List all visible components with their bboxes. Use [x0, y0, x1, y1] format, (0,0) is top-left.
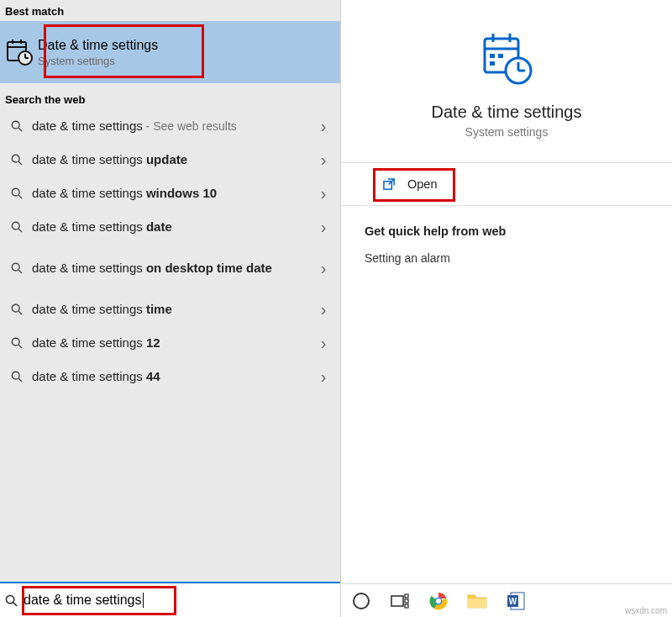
svg-line-24: [13, 602, 17, 605]
svg-point-17: [12, 304, 19, 312]
taskbar: W: [341, 583, 672, 617]
word-icon[interactable]: W: [504, 589, 528, 613]
svg-rect-31: [490, 61, 495, 66]
web-result-text: date & time settings windows 10: [27, 186, 313, 202]
web-result-text: date & time settings 44: [27, 369, 313, 385]
web-result-item[interactable]: date & time settings 12›: [0, 326, 340, 360]
preview-pane: Date & time settings System settings Ope…: [341, 0, 672, 617]
search-results-pane: Best match Date & time settings System s…: [0, 0, 341, 617]
best-match-header: Best match: [0, 0, 340, 21]
chevron-right-icon: ›: [313, 259, 333, 278]
search-web-header: Search the web: [0, 88, 340, 109]
svg-point-19: [12, 338, 19, 345]
open-action[interactable]: Open: [341, 162, 672, 206]
svg-line-10: [18, 161, 22, 165]
svg-line-22: [18, 378, 22, 382]
cortana-circle-icon[interactable]: [349, 589, 373, 613]
web-result-item[interactable]: date & time settings windows 10›: [0, 177, 340, 210]
web-result-text: date & time settings time: [27, 302, 313, 318]
search-icon: [7, 337, 27, 349]
svg-point-23: [6, 595, 13, 603]
chevron-right-icon: ›: [313, 184, 333, 203]
svg-line-18: [18, 311, 22, 314]
search-icon: [7, 371, 27, 382]
svg-rect-38: [391, 596, 403, 606]
svg-rect-30: [498, 54, 503, 58]
file-explorer-icon[interactable]: [465, 589, 489, 613]
svg-point-44: [436, 599, 441, 604]
web-result-item[interactable]: date & time settings date›: [0, 210, 340, 244]
chevron-right-icon: ›: [313, 367, 333, 387]
svg-point-13: [12, 222, 19, 229]
preview-subtitle: System settings: [465, 125, 549, 139]
svg-point-9: [12, 155, 19, 162]
preview-hero: Date & time settings System settings: [341, 0, 672, 162]
quick-help-header: Get quick help from web: [365, 224, 648, 238]
search-input[interactable]: date & time settings: [24, 593, 142, 608]
quick-help-section: Get quick help from web Setting an alarm: [341, 206, 672, 283]
svg-rect-40: [405, 599, 408, 603]
date-time-icon: [478, 30, 535, 87]
search-icon: [7, 154, 27, 166]
best-match-title: Date & time settings: [38, 38, 158, 53]
svg-line-12: [18, 195, 22, 198]
web-result-text: date & time settings on desktop time dat…: [27, 261, 313, 277]
web-result-item[interactable]: date & time settings on desktop time dat…: [0, 244, 340, 293]
svg-rect-29: [490, 54, 495, 58]
svg-line-20: [18, 345, 22, 348]
date-time-icon: [0, 38, 38, 66]
best-match-subtitle: System settings: [38, 55, 158, 67]
chevron-right-icon: ›: [313, 117, 333, 136]
chevron-right-icon: ›: [313, 150, 333, 170]
chevron-right-icon: ›: [313, 334, 333, 353]
open-label: Open: [407, 177, 437, 191]
svg-line-14: [18, 229, 22, 232]
svg-point-7: [12, 121, 19, 129]
search-icon: [7, 187, 27, 199]
search-icon: [7, 303, 27, 315]
web-result-item[interactable]: date & time settings update›: [0, 143, 340, 177]
web-result-text: date & time settings date: [27, 219, 313, 235]
open-icon: [383, 178, 396, 191]
help-link[interactable]: Setting an alarm: [365, 251, 648, 265]
svg-line-16: [18, 270, 22, 273]
search-bar[interactable]: date & time settings: [0, 582, 340, 617]
svg-rect-45: [468, 599, 486, 608]
search-icon: [5, 594, 24, 607]
web-result-item[interactable]: date & time settings time›: [0, 293, 340, 326]
chrome-icon[interactable]: [427, 589, 450, 613]
svg-point-15: [12, 263, 19, 271]
watermark: wsxdn.com: [625, 606, 667, 615]
best-match-result[interactable]: Date & time settings System settings: [0, 21, 340, 83]
task-view-icon[interactable]: [388, 589, 412, 613]
svg-rect-39: [405, 594, 408, 598]
chevron-right-icon: ›: [313, 218, 333, 237]
web-result-item[interactable]: date & time settings - See web results›: [0, 109, 340, 143]
svg-text:W: W: [509, 597, 517, 606]
web-result-text: date & time settings update: [27, 152, 313, 168]
svg-point-21: [12, 372, 19, 379]
chevron-right-icon: ›: [313, 300, 333, 319]
web-result-item[interactable]: date & time settings 44›: [0, 360, 340, 393]
preview-title: Date & time settings: [432, 103, 582, 122]
web-results-list: date & time settings - See web results›d…: [0, 109, 340, 582]
svg-point-11: [12, 188, 19, 196]
search-icon: [7, 262, 27, 274]
svg-line-8: [18, 128, 22, 131]
svg-point-37: [354, 593, 369, 609]
search-icon: [7, 120, 27, 132]
svg-rect-41: [405, 604, 408, 608]
search-icon: [7, 221, 27, 233]
web-result-text: date & time settings 12: [27, 335, 313, 351]
web-result-text: date & time settings - See web results: [27, 119, 313, 134]
